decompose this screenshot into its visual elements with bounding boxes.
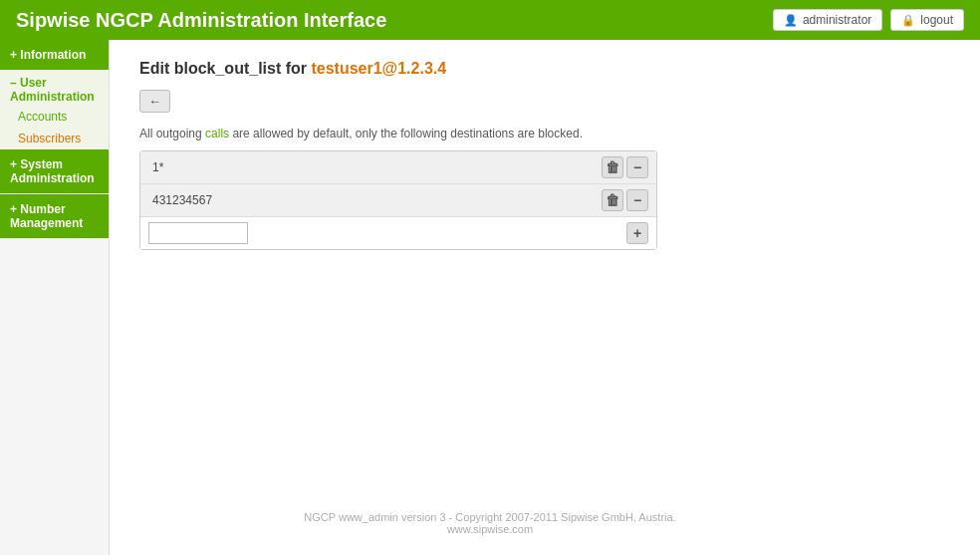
layout: + Information – User Administration Acco… (0, 40, 980, 555)
add-actions: + (626, 222, 648, 244)
table-row: 431234567 🗑 − (140, 184, 656, 217)
new-entry-input[interactable] (148, 222, 248, 244)
delete-button-1[interactable]: 🗑 (602, 189, 623, 211)
sidebar-item-system-administration[interactable]: + System Administration (0, 149, 109, 193)
new-entry-row: + (140, 217, 656, 249)
back-button[interactable]: ← (139, 90, 170, 113)
delete-button-0[interactable]: 🗑 (602, 156, 623, 178)
entry-value-1: 431234567 (148, 191, 602, 209)
info-text: All outgoing calls are allowed by defaul… (139, 127, 950, 140)
entry-value-0: 1* (148, 158, 602, 176)
sidebar-link-accounts[interactable]: Accounts (0, 106, 109, 128)
row-actions-1: 🗑 − (602, 189, 648, 211)
row-actions-0: 🗑 − (602, 156, 648, 178)
lock-icon (901, 13, 915, 27)
remove-button-0[interactable]: − (626, 156, 648, 178)
remove-button-1[interactable]: − (626, 189, 648, 211)
copyright-text: NGCP www_admin version 3 - Copyright 200… (20, 511, 960, 523)
app-title: Sipwise NGCP Administration Interface (16, 9, 386, 32)
website-link: www.sipwise.com (20, 523, 960, 535)
logout-button[interactable]: logout (890, 9, 964, 31)
sidebar-user-admin-section: – User Administration Accounts Subscribe… (0, 71, 109, 149)
calls-highlight: calls (205, 127, 229, 140)
website-anchor[interactable]: www.sipwise.com (447, 523, 533, 535)
username-highlight: testuser1@1.2.3.4 (311, 60, 446, 77)
sidebar-item-information[interactable]: + Information (0, 40, 109, 70)
admin-user-box: administrator (773, 9, 882, 31)
footer: NGCP www_admin version 3 - Copyright 200… (0, 491, 980, 555)
sidebar: + Information – User Administration Acco… (0, 40, 110, 555)
block-out-list: 1* 🗑 − 431234567 🗑 − + (139, 150, 657, 250)
header-actions: administrator logout (773, 9, 964, 31)
table-row: 1* 🗑 − (140, 151, 656, 184)
header: Sipwise NGCP Administration Interface ad… (0, 0, 980, 40)
sidebar-item-user-administration[interactable]: – User Administration (0, 71, 109, 106)
admin-label: administrator (803, 13, 871, 27)
page-title: Edit block_out_list for testuser1@1.2.3.… (139, 60, 950, 78)
sidebar-link-subscribers[interactable]: Subscribers (0, 128, 109, 149)
user-icon (784, 13, 798, 27)
add-button[interactable]: + (626, 222, 648, 244)
main-content: Edit block_out_list for testuser1@1.2.3.… (110, 40, 980, 555)
sidebar-item-number-management[interactable]: + Number Management (0, 194, 109, 238)
